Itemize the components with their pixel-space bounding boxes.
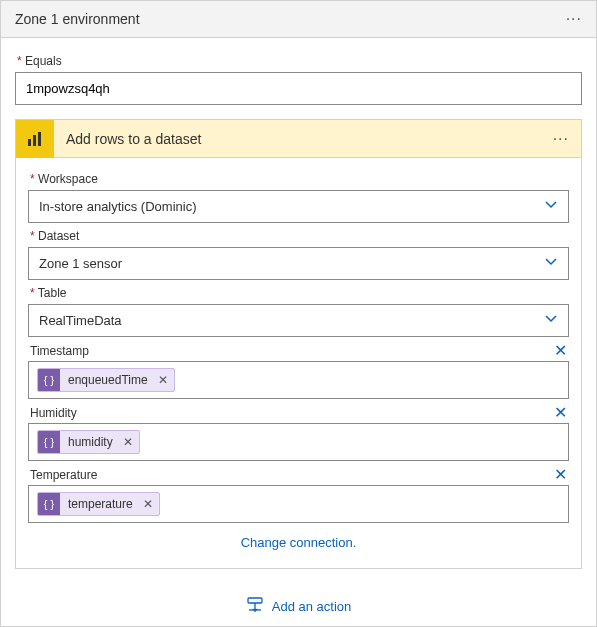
svg-rect-3	[248, 598, 262, 603]
humidity-token[interactable]: { } humidity ✕	[37, 430, 140, 454]
equals-input[interactable]	[15, 72, 582, 105]
humidity-input[interactable]: { } humidity ✕	[28, 423, 569, 461]
temperature-input[interactable]: { } temperature ✕	[28, 485, 569, 523]
token-text: enqueuedTime	[60, 373, 156, 387]
token-remove-button[interactable]: ✕	[121, 435, 139, 449]
chevron-down-icon	[544, 255, 558, 272]
dataset-select[interactable]: Zone 1 sensor	[28, 247, 569, 280]
timestamp-input[interactable]: { } enqueuedTime ✕	[28, 361, 569, 399]
panel-header: Zone 1 environment ···	[1, 1, 596, 38]
action-card: Add rows to a dataset ··· Workspace In-s…	[15, 119, 582, 569]
equals-label: Equals	[17, 54, 582, 68]
table-value: RealTimeData	[39, 313, 122, 328]
temperature-clear-button[interactable]: ✕	[552, 467, 569, 483]
chevron-down-icon	[544, 198, 558, 215]
workspace-select[interactable]: In-store analytics (Dominic)	[28, 190, 569, 223]
token-remove-button[interactable]: ✕	[141, 497, 159, 511]
expression-icon: { }	[38, 493, 60, 515]
timestamp-clear-button[interactable]: ✕	[552, 343, 569, 359]
timestamp-label: Timestamp	[30, 344, 89, 358]
powerbi-icon	[16, 120, 54, 158]
expression-icon: { }	[38, 369, 60, 391]
table-select[interactable]: RealTimeData	[28, 304, 569, 337]
change-connection-link[interactable]: Change connection.	[28, 523, 569, 564]
expression-icon: { }	[38, 431, 60, 453]
action-header[interactable]: Add rows to a dataset ···	[16, 120, 581, 158]
panel-content: Equals Add rows to a dataset ··· Workspa…	[1, 38, 596, 627]
token-remove-button[interactable]: ✕	[156, 373, 174, 387]
add-step-icon	[246, 597, 264, 616]
action-body: Workspace In-store analytics (Dominic) D…	[16, 158, 581, 568]
add-action-button[interactable]: Add an action	[15, 569, 582, 627]
svg-rect-0	[28, 139, 31, 146]
temperature-label: Temperature	[30, 468, 97, 482]
chevron-down-icon	[544, 312, 558, 329]
temperature-token[interactable]: { } temperature ✕	[37, 492, 160, 516]
timestamp-token[interactable]: { } enqueuedTime ✕	[37, 368, 175, 392]
humidity-label: Humidity	[30, 406, 77, 420]
panel-menu-button[interactable]: ···	[566, 15, 582, 23]
humidity-clear-button[interactable]: ✕	[552, 405, 569, 421]
action-title: Add rows to a dataset	[54, 131, 553, 147]
dataset-value: Zone 1 sensor	[39, 256, 122, 271]
token-text: humidity	[60, 435, 121, 449]
token-text: temperature	[60, 497, 141, 511]
action-menu-button[interactable]: ···	[553, 135, 581, 143]
workspace-value: In-store analytics (Dominic)	[39, 199, 197, 214]
panel-title: Zone 1 environment	[15, 11, 140, 27]
svg-rect-2	[38, 132, 41, 146]
dataset-label: Dataset	[30, 229, 569, 243]
add-action-label: Add an action	[272, 599, 352, 614]
svg-rect-1	[33, 135, 36, 146]
workspace-label: Workspace	[30, 172, 569, 186]
table-label: Table	[30, 286, 569, 300]
